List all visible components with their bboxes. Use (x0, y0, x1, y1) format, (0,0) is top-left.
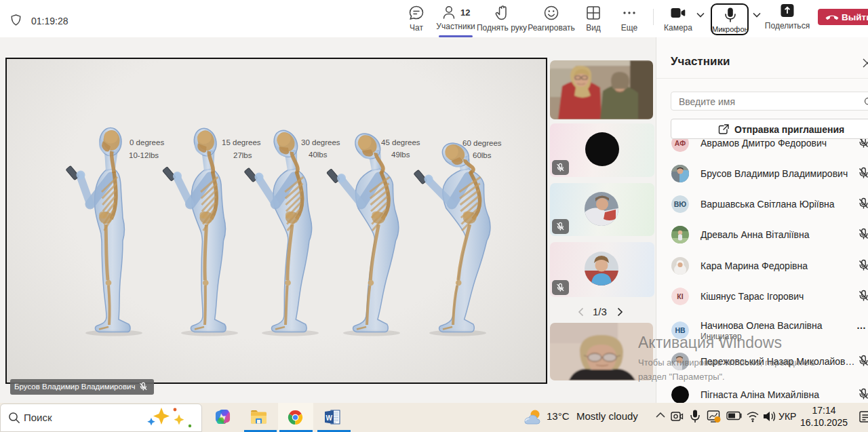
svg-text:W: W (326, 414, 332, 422)
